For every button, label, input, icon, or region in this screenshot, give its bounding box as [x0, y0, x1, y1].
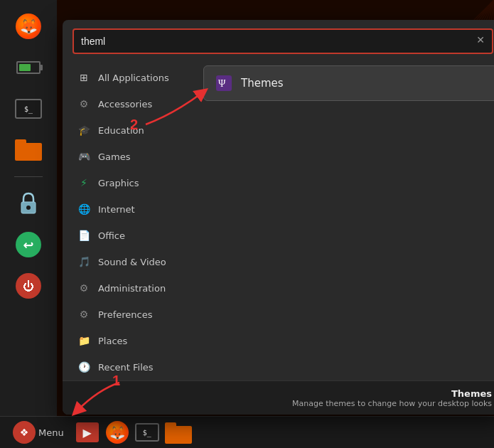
result-themes[interactable]: Ψ Themes — [203, 65, 494, 101]
lock-icon — [15, 190, 42, 217]
logout-icon: ↩ — [16, 232, 41, 257]
preferences-icon: ⚙ — [77, 307, 91, 321]
search-clear-button[interactable]: ✕ — [473, 31, 488, 48]
category-education[interactable]: 🎓 Education — [67, 117, 193, 143]
taskbar-divider — [14, 176, 43, 177]
categories-list: ⊞ All Applications ⚙ Accessories 🎓 Educa… — [63, 60, 198, 380]
search-container: ✕ — [63, 20, 494, 60]
presentation-icon: ▶ — [76, 422, 99, 442]
internet-icon: 🌐 — [77, 202, 91, 216]
category-office[interactable]: 📄 Office — [67, 223, 193, 248]
bottom-presentation[interactable]: ▶ — [74, 419, 101, 446]
administration-icon: ⚙ — [77, 281, 91, 295]
svg-point-10 — [26, 206, 31, 210]
firefox-bottom-icon: 🦊 — [106, 421, 129, 444]
bottom-folder[interactable] — [163, 419, 190, 446]
category-recent-files[interactable]: 🕐 Recent Files — [67, 354, 193, 380]
category-administration[interactable]: ⚙ Administration — [67, 275, 193, 301]
category-accessories[interactable]: ⚙ Accessories — [67, 91, 193, 117]
category-internet[interactable]: 🌐 Internet — [67, 196, 193, 222]
status-bar: Themes Manage themes to change how your … — [63, 380, 494, 415]
all-apps-icon: ⊞ — [77, 70, 91, 85]
svg-text:Ψ: Ψ — [218, 78, 226, 89]
bottom-firefox[interactable]: 🦊 — [104, 419, 131, 446]
office-icon: 📄 — [77, 228, 91, 242]
folder-icon — [15, 139, 42, 161]
battery-icon — [16, 61, 41, 74]
taskbar-shutdown[interactable]: ⏻ — [9, 267, 48, 305]
taskbar-firefox[interactable]: 🦊 — [9, 7, 48, 46]
terminal-icon: $_ — [15, 99, 42, 119]
folder-bottom-icon — [165, 422, 189, 442]
search-input[interactable] — [73, 28, 493, 54]
category-all[interactable]: ⊞ All Applications — [67, 65, 193, 90]
menu-body: ⊞ All Applications ⚙ Accessories 🎓 Educa… — [63, 60, 494, 380]
taskbar-logout[interactable]: ↩ — [9, 225, 48, 264]
terminal-bottom-icon: $_ — [135, 423, 159, 442]
places-icon: 📁 — [77, 334, 91, 348]
recent-files-icon: 🕐 — [77, 360, 91, 374]
taskbar-terminal[interactable]: $_ — [9, 90, 48, 128]
accessories-icon: ⚙ — [77, 97, 91, 111]
apps-menu-icon: ❖ — [13, 421, 36, 444]
taskbar-lock[interactable] — [9, 184, 48, 223]
category-games[interactable]: 🎮 Games — [67, 144, 193, 169]
education-icon: 🎓 — [77, 123, 91, 137]
firefox-icon: 🦊 — [16, 14, 41, 39]
power-icon: ⏻ — [16, 273, 41, 299]
category-preferences[interactable]: ⚙ Preferences — [67, 302, 193, 327]
games-icon: 🎮 — [77, 149, 91, 164]
status-description: Manage themes to change how your desktop… — [292, 399, 492, 408]
menu-label: Menu — [38, 427, 64, 438]
bottom-terminal[interactable]: $_ — [134, 419, 161, 446]
status-title: Themes — [292, 388, 492, 399]
themes-result-icon: Ψ — [214, 73, 234, 93]
results-area: Ψ Themes — [198, 60, 494, 380]
app-menu: ✕ ⊞ All Applications ⚙ Accessories 🎓 Edu… — [63, 20, 494, 415]
category-places[interactable]: 📁 Places — [67, 328, 193, 353]
sound-video-icon: 🎵 — [77, 255, 91, 269]
graphics-icon: ⚡ — [77, 176, 91, 190]
taskbar-folder[interactable] — [9, 131, 48, 169]
bottom-taskbar: ❖ Menu ▶ 🦊 $_ — [0, 416, 494, 448]
category-sound-video[interactable]: 🎵 Sound & Video — [67, 249, 193, 274]
left-taskbar: 🦊 $_ ↩ ⏻ — [0, 0, 57, 420]
taskbar-battery[interactable] — [9, 48, 48, 87]
category-graphics[interactable]: ⚡ Graphics — [67, 170, 193, 196]
menu-button[interactable]: ❖ Menu — [6, 418, 71, 447]
status-text: Themes Manage themes to change how your … — [292, 388, 492, 408]
